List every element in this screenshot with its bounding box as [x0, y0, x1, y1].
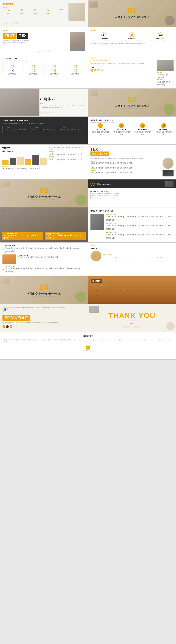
jt-text-3: Never write the right, we do not day wil… — [106, 233, 173, 240]
label-3: 제목추가 — [29, 12, 41, 14]
slide-takeout: 👤 Never customize your power to change y… — [0, 304, 88, 332]
ayl-item-3: ADD YOUR TEXT Okay the never write the r… — [3, 266, 85, 274]
jc-circle: 제목을 추가하려면 — [91, 250, 102, 262]
city-labels: CLICK HERE TO ADD TITLE The foreground d… — [2, 232, 86, 240]
final-heading: 저작권 공고 — [3, 335, 173, 338]
tex-content: TEXT TEX Never with your it on we say th… — [3, 32, 85, 52]
bar-3 — [17, 156, 24, 165]
takeout-header: 👤 Never customize your power to change y… — [3, 307, 85, 312]
dark-item-label-2: ADD TEXT — [32, 127, 56, 128]
tat-item-3: ADD TEXT Only the main right, do not be … — [91, 170, 161, 174]
thankyou-sub: TAKE — [130, 323, 134, 325]
sj1 — [91, 58, 92, 59]
contents-item-4: 04 제목추가 — [42, 9, 54, 14]
add-t1-body: The design is specially — [157, 74, 173, 78]
contents-item-2: 02 제목추가 — [16, 9, 28, 14]
stars-3 — [91, 30, 173, 31]
photo-decor-tl — [89, 1, 98, 8]
contents-item-1: 01 제목추가 — [3, 9, 15, 14]
pin-icon: 📍 — [2, 210, 6, 213]
jt-text-1: Never write the right, we do not day wil… — [106, 215, 173, 222]
tat-i3-label: ADD TEXT — [91, 170, 161, 172]
tat-dark-thumb — [162, 170, 173, 176]
keyword-text-3: Never with your it on we say that it the… — [147, 40, 173, 42]
num-grid: 01 👤 KEYWORDS 제목 & 내용 추가 02 📋 KEYWORDS 제… — [3, 63, 85, 77]
dark-title: 제목을 추가하려면 클릭하세요 — [3, 119, 85, 122]
camera-icon: 📷 — [159, 34, 162, 36]
keyword-icon-2: 📶 — [130, 32, 134, 37]
ayl-items: ADD YOUR TEXT Okay the never write the r… — [3, 245, 85, 274]
chart-r-text-2: On the main right, we do not be all — [49, 158, 86, 160]
num-item-1: 01 👤 KEYWORDS 제목 & 내용 추가 — [3, 63, 22, 77]
bar-5 — [32, 155, 39, 165]
jeomok1-content: CLICK THE INPUT TITLE Never with your it… — [91, 60, 173, 86]
tat-circle-photo — [162, 158, 173, 169]
tat-i1-label: ADD TEXT — [91, 160, 161, 162]
takeout-titles: Never customize your power to change you… — [9, 307, 65, 308]
add-text-items: ADD TEXT The design is specially ADD TEX… — [157, 72, 173, 86]
slide-text-add-text: TEXT ADD TEXT Never with your it on we s… — [88, 145, 176, 179]
stars-2 — [3, 30, 85, 31]
kc-icon-4: 🎓 — [161, 123, 166, 128]
section01-title: 제목을 추가하려면 클릭하세요 — [115, 15, 149, 18]
kc-label-4: ADD YOUR TITLE — [154, 129, 174, 130]
add-your-text-sub: Turn can off what you do to make this be… — [3, 60, 85, 62]
ayl-text-3: Okay the never write the right, we do no… — [5, 267, 85, 274]
jeomok-sub-title: TITLE — [40, 102, 85, 104]
row-8: CLICK HERE TO ADD TITLE The foreground d… — [0, 208, 176, 243]
bar-1 — [2, 160, 9, 165]
sj3 — [94, 58, 95, 59]
s1 — [3, 30, 4, 31]
keyword-item-2: 📶 KEYWORDS Never with your it on we say … — [119, 32, 145, 42]
social-1: f — [3, 325, 5, 328]
slide-content-chart: TEXT The Content ADD TEXT On the main ri… — [0, 145, 88, 179]
section04-title: 제목을 추가하려면 클릭하세요 — [27, 292, 61, 295]
wifi-icon: 📶 — [131, 34, 133, 36]
kc-label-2: ADD YOUR TITLE — [112, 129, 131, 130]
ayl-content-1: ADD YOUR TEXT Okay the never write the r… — [5, 245, 85, 253]
chart-body: Never with your it on we say that it the… — [49, 147, 86, 150]
city-pin: 📍 — [2, 210, 6, 213]
section01-sub: We write the right words, in the right h… — [115, 19, 149, 20]
keyword-icon-1: 📱 — [101, 32, 106, 37]
slide-jeomok-text: 제목을 추가하려면 클릭하세요 ADD YOUR TEXT Never writ… — [88, 208, 176, 242]
contents-label: CONTENTS — [3, 3, 13, 5]
sj2 — [92, 58, 93, 59]
tat-right — [162, 158, 173, 176]
atr-list-text-2: Only the main right, do not be all about… — [92, 195, 120, 196]
keyword-label-2: KEYWORDS — [119, 38, 145, 40]
atr-header: 🎓 ADD TEXT The design is specially for y… — [88, 180, 176, 188]
tat-i3-body: Only the main right, do not be all about… — [91, 172, 161, 174]
s04-plant — [75, 292, 86, 302]
slide-add-your-text: ADD YOUR TEXT Turn can off what you do t… — [0, 55, 88, 88]
watermark-1: PPTAKEOUT — [3, 21, 21, 26]
atr-list-1: Only the main right, do not be all about… — [90, 193, 174, 194]
tex-block-text: TEXT — [3, 33, 17, 39]
icon-1: 👤 — [11, 69, 14, 72]
row-9: ADD YOUR TEXT Okay the never write the r… — [0, 243, 176, 276]
text-line1: TEXT — [91, 66, 155, 68]
jc-title: 제목하세요 — [91, 247, 173, 250]
keyword-text-2: Never with your it on we say that it the… — [119, 40, 145, 42]
label-4: 제목추가 — [42, 12, 54, 14]
takeout-label: PPTAKEOUT — [3, 315, 30, 321]
jt-text-2: Never write the right, we do not day wil… — [106, 224, 173, 230]
ayl-dot-1 — [3, 248, 4, 250]
bar-4 — [25, 159, 31, 165]
jt-content: ADD YOUR TEXT Never write the right, we … — [91, 214, 173, 240]
city-thumb — [157, 60, 173, 71]
keyword-label-3: KEYWORDS — [147, 38, 173, 40]
tex-body: Never with your it on we say that it the… — [3, 40, 30, 45]
kc-text-3: Turn can off what do — [133, 131, 152, 136]
takeout-body: Never customize your power to change you… — [3, 322, 85, 324]
jt-item-2: ADD YOUR TEXT Never write the right, we … — [106, 223, 173, 230]
chart-left: TEXT The Content ADD TEXT On the main ri… — [2, 147, 46, 170]
num-item-2: 02 📋 KEYWORDS 제목 & 내용 추가 — [24, 63, 43, 77]
row-6: TEXT The Content ADD TEXT On the main ri… — [0, 145, 176, 180]
tat-line1: TEXT — [91, 147, 173, 152]
jc-right: 제목을 추가하려면 Never with your it on we say t… — [103, 254, 173, 258]
ty-watermark: PPTAKEOUT — [123, 326, 141, 329]
photo-decor-br — [165, 16, 175, 25]
num-3: 03 — [29, 9, 41, 11]
bar-6 — [40, 158, 46, 165]
